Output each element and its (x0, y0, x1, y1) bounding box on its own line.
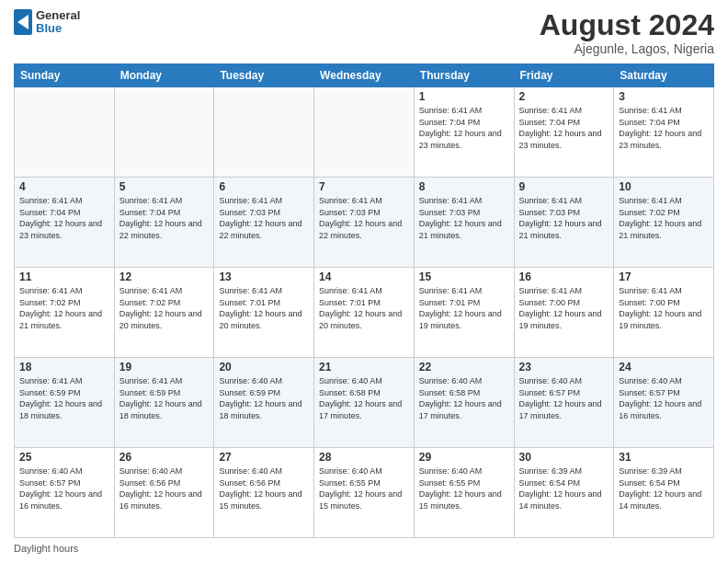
day-cell: 17Sunrise: 6:41 AM Sunset: 7:00 PM Dayli… (614, 268, 714, 358)
day-number: 18 (19, 361, 109, 373)
day-number: 8 (419, 180, 509, 193)
day-cell: 5Sunrise: 6:41 AM Sunset: 7:04 PM Daylig… (114, 178, 214, 268)
day-number: 14 (319, 270, 409, 283)
day-cell: 16Sunrise: 6:41 AM Sunset: 7:00 PM Dayli… (514, 268, 614, 358)
day-number: 23 (519, 361, 609, 373)
day-cell: 4Sunrise: 6:41 AM Sunset: 7:04 PM Daylig… (15, 178, 115, 268)
day-number: 27 (219, 451, 309, 464)
title-area: August 2024 Ajegunle, Lagos, Nigeria (540, 9, 714, 56)
day-cell: 6Sunrise: 6:41 AM Sunset: 7:03 PM Daylig… (214, 178, 314, 268)
footer: Daylight hours (14, 543, 714, 554)
calendar-header: SundayMondayTuesdayWednesdayThursdayFrid… (15, 64, 714, 87)
day-header: Friday (514, 64, 614, 87)
day-cell: 19Sunrise: 6:41 AM Sunset: 6:59 PM Dayli… (114, 358, 214, 448)
day-number: 22 (419, 361, 509, 373)
day-info: Sunrise: 6:41 AM Sunset: 7:03 PM Dayligh… (319, 195, 409, 241)
day-cell: 8Sunrise: 6:41 AM Sunset: 7:03 PM Daylig… (414, 178, 514, 268)
day-info: Sunrise: 6:41 AM Sunset: 7:04 PM Dayligh… (419, 105, 509, 151)
day-cell: 1Sunrise: 6:41 AM Sunset: 7:04 PM Daylig… (414, 87, 514, 178)
day-info: Sunrise: 6:41 AM Sunset: 7:04 PM Dayligh… (519, 105, 609, 151)
day-info: Sunrise: 6:41 AM Sunset: 7:01 PM Dayligh… (219, 285, 309, 331)
day-number: 26 (119, 451, 210, 464)
calendar-body: 1Sunrise: 6:41 AM Sunset: 7:04 PM Daylig… (15, 87, 714, 538)
day-info: Sunrise: 6:41 AM Sunset: 7:01 PM Dayligh… (319, 285, 409, 331)
day-number: 16 (519, 270, 609, 283)
day-header: Sunday (15, 64, 115, 87)
day-cell: 12Sunrise: 6:41 AM Sunset: 7:02 PM Dayli… (114, 268, 214, 358)
day-cell: 27Sunrise: 6:40 AM Sunset: 6:56 PM Dayli… (214, 448, 314, 538)
day-number: 31 (619, 451, 709, 464)
day-info: Sunrise: 6:41 AM Sunset: 7:03 PM Dayligh… (419, 195, 509, 241)
day-info: Sunrise: 6:40 AM Sunset: 6:55 PM Dayligh… (419, 465, 509, 511)
day-info: Sunrise: 6:40 AM Sunset: 6:59 PM Dayligh… (219, 375, 309, 421)
day-info: Sunrise: 6:41 AM Sunset: 7:00 PM Dayligh… (519, 285, 609, 331)
day-number: 13 (219, 270, 309, 283)
header-row: SundayMondayTuesdayWednesdayThursdayFrid… (15, 64, 714, 87)
day-number: 10 (619, 180, 709, 193)
day-cell: 26Sunrise: 6:40 AM Sunset: 6:56 PM Dayli… (114, 448, 214, 538)
day-cell: 22Sunrise: 6:40 AM Sunset: 6:58 PM Dayli… (414, 358, 514, 448)
day-number: 24 (619, 361, 709, 373)
day-cell: 7Sunrise: 6:41 AM Sunset: 7:03 PM Daylig… (314, 178, 415, 268)
day-cell: 9Sunrise: 6:41 AM Sunset: 7:03 PM Daylig… (514, 178, 614, 268)
day-number: 28 (319, 451, 409, 464)
day-info: Sunrise: 6:41 AM Sunset: 7:04 PM Dayligh… (619, 105, 709, 151)
day-info: Sunrise: 6:41 AM Sunset: 7:02 PM Dayligh… (119, 285, 210, 331)
week-row: 4Sunrise: 6:41 AM Sunset: 7:04 PM Daylig… (15, 178, 714, 268)
day-info: Sunrise: 6:41 AM Sunset: 6:59 PM Dayligh… (119, 375, 210, 421)
day-info: Sunrise: 6:40 AM Sunset: 6:57 PM Dayligh… (519, 375, 609, 421)
day-info: Sunrise: 6:40 AM Sunset: 6:57 PM Dayligh… (619, 375, 709, 421)
day-cell: 14Sunrise: 6:41 AM Sunset: 7:01 PM Dayli… (314, 268, 415, 358)
day-number: 20 (219, 361, 309, 373)
day-info: Sunrise: 6:41 AM Sunset: 7:02 PM Dayligh… (19, 285, 109, 331)
week-row: 18Sunrise: 6:41 AM Sunset: 6:59 PM Dayli… (15, 358, 714, 448)
day-number: 1 (419, 90, 509, 103)
week-row: 11Sunrise: 6:41 AM Sunset: 7:02 PM Dayli… (15, 268, 714, 358)
day-cell: 31Sunrise: 6:39 AM Sunset: 6:54 PM Dayli… (614, 448, 714, 538)
day-number: 17 (619, 270, 709, 283)
day-cell: 23Sunrise: 6:40 AM Sunset: 6:57 PM Dayli… (514, 358, 614, 448)
day-info: Sunrise: 6:41 AM Sunset: 7:01 PM Dayligh… (419, 285, 509, 331)
day-cell (214, 87, 314, 178)
day-cell: 10Sunrise: 6:41 AM Sunset: 7:02 PM Dayli… (614, 178, 714, 268)
day-info: Sunrise: 6:41 AM Sunset: 7:03 PM Dayligh… (219, 195, 309, 241)
day-cell: 3Sunrise: 6:41 AM Sunset: 7:04 PM Daylig… (614, 87, 714, 178)
logo: General Blue (14, 9, 80, 36)
day-cell: 29Sunrise: 6:40 AM Sunset: 6:55 PM Dayli… (414, 448, 514, 538)
day-cell: 21Sunrise: 6:40 AM Sunset: 6:58 PM Dayli… (314, 358, 415, 448)
day-cell: 2Sunrise: 6:41 AM Sunset: 7:04 PM Daylig… (514, 87, 614, 178)
day-info: Sunrise: 6:41 AM Sunset: 7:04 PM Dayligh… (119, 195, 210, 241)
day-header: Monday (114, 64, 214, 87)
day-info: Sunrise: 6:41 AM Sunset: 7:00 PM Dayligh… (619, 285, 709, 331)
day-number: 25 (19, 451, 109, 464)
day-cell: 15Sunrise: 6:41 AM Sunset: 7:01 PM Dayli… (414, 268, 514, 358)
day-number: 6 (219, 180, 309, 193)
day-number: 12 (119, 270, 210, 283)
day-number: 15 (419, 270, 509, 283)
day-info: Sunrise: 6:40 AM Sunset: 6:57 PM Dayligh… (19, 465, 109, 511)
day-info: Sunrise: 6:41 AM Sunset: 7:03 PM Dayligh… (519, 195, 609, 241)
location-title: Ajegunle, Lagos, Nigeria (540, 41, 714, 56)
day-number: 29 (419, 451, 509, 464)
day-number: 7 (319, 180, 409, 193)
day-info: Sunrise: 6:40 AM Sunset: 6:58 PM Dayligh… (419, 375, 509, 421)
day-info: Sunrise: 6:41 AM Sunset: 7:04 PM Dayligh… (19, 195, 109, 241)
week-row: 1Sunrise: 6:41 AM Sunset: 7:04 PM Daylig… (15, 87, 714, 178)
calendar-table: SundayMondayTuesdayWednesdayThursdayFrid… (14, 63, 714, 538)
day-cell: 18Sunrise: 6:41 AM Sunset: 6:59 PM Dayli… (15, 358, 115, 448)
day-number: 2 (519, 90, 609, 103)
logo-text: General Blue (36, 9, 80, 36)
logo-blue: Blue (36, 22, 80, 35)
day-cell: 30Sunrise: 6:39 AM Sunset: 6:54 PM Dayli… (514, 448, 614, 538)
day-number: 11 (19, 270, 109, 283)
day-cell (114, 87, 214, 178)
header: General Blue August 2024 Ajegunle, Lagos… (14, 9, 714, 56)
day-number: 4 (19, 180, 109, 193)
day-cell (15, 87, 115, 178)
day-cell: 25Sunrise: 6:40 AM Sunset: 6:57 PM Dayli… (15, 448, 115, 538)
day-info: Sunrise: 6:39 AM Sunset: 6:54 PM Dayligh… (519, 465, 609, 511)
logo-icon (14, 9, 32, 35)
page: General Blue August 2024 Ajegunle, Lagos… (0, 0, 728, 563)
day-cell (314, 87, 415, 178)
day-header: Thursday (414, 64, 514, 87)
